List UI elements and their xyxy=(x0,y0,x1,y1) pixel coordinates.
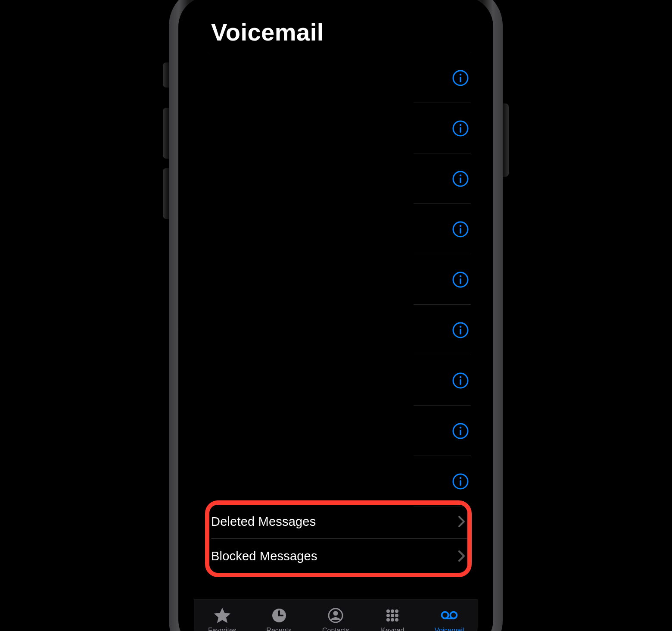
info-button[interactable] xyxy=(452,120,469,137)
clock-icon xyxy=(270,607,289,624)
svg-point-29 xyxy=(333,611,338,615)
svg-point-10 xyxy=(460,225,461,226)
svg-point-19 xyxy=(460,376,461,378)
tab-keypad[interactable]: Keypad xyxy=(364,607,421,631)
svg-point-32 xyxy=(395,609,398,613)
svg-point-36 xyxy=(386,618,390,622)
info-button[interactable] xyxy=(452,322,469,339)
svg-rect-17 xyxy=(460,329,461,334)
svg-point-38 xyxy=(395,618,398,622)
svg-rect-5 xyxy=(460,127,461,133)
volume-up-button[interactable] xyxy=(163,108,169,159)
volume-down-button[interactable] xyxy=(163,168,169,219)
svg-point-22 xyxy=(460,426,461,428)
svg-rect-23 xyxy=(460,430,461,435)
svg-point-31 xyxy=(391,609,394,613)
deleted-messages-label: Deleted Messages xyxy=(211,515,316,529)
info-button[interactable] xyxy=(452,221,469,238)
voicemail-row[interactable] xyxy=(194,355,478,406)
voicemail-list xyxy=(194,53,478,559)
svg-point-39 xyxy=(442,612,448,619)
info-button[interactable] xyxy=(452,372,469,389)
tab-label: Favorites xyxy=(208,627,236,631)
phone-bezel: Voicemail xyxy=(178,0,493,631)
deleted-messages-row[interactable]: Deleted Messages xyxy=(194,504,478,539)
svg-point-34 xyxy=(391,614,394,617)
separator xyxy=(208,52,471,52)
star-icon xyxy=(213,607,232,624)
svg-point-30 xyxy=(386,609,390,613)
svg-point-35 xyxy=(395,614,398,617)
voicemail-row[interactable] xyxy=(194,53,478,103)
svg-rect-26 xyxy=(460,480,461,486)
chevron-right-icon xyxy=(458,550,466,562)
svg-point-4 xyxy=(460,124,461,125)
svg-rect-2 xyxy=(460,77,461,82)
contact-icon xyxy=(326,607,345,624)
voicemail-row[interactable] xyxy=(194,406,478,456)
svg-point-13 xyxy=(460,275,461,277)
voicemail-row[interactable] xyxy=(194,153,478,204)
tab-bar: Favorites Recents Contacts xyxy=(194,599,478,631)
keypad-icon xyxy=(383,607,402,624)
tab-label: Keypad xyxy=(381,627,404,631)
voicemail-row[interactable] xyxy=(194,305,478,355)
svg-point-7 xyxy=(460,174,461,176)
voicemail-row[interactable] xyxy=(194,456,478,506)
screen: Voicemail xyxy=(194,5,478,631)
svg-point-25 xyxy=(460,477,461,478)
tab-recents[interactable]: Recents xyxy=(251,607,308,631)
blocked-messages-label: Blocked Messages xyxy=(211,549,317,563)
svg-point-37 xyxy=(391,618,394,622)
voicemail-row[interactable] xyxy=(194,204,478,254)
voicemail-row[interactable] xyxy=(194,103,478,153)
info-button[interactable] xyxy=(452,170,469,187)
voicemail-icon xyxy=(440,607,459,624)
voicemail-row[interactable] xyxy=(194,254,478,305)
svg-point-1 xyxy=(460,73,461,75)
info-button[interactable] xyxy=(452,69,469,87)
silence-switch[interactable] xyxy=(163,62,169,87)
blocked-messages-row[interactable]: Blocked Messages xyxy=(194,539,478,573)
svg-point-33 xyxy=(386,614,390,617)
svg-rect-11 xyxy=(460,228,461,234)
phone-frame: Voicemail xyxy=(169,0,503,631)
tab-favorites[interactable]: Favorites xyxy=(194,607,251,631)
page-title: Voicemail xyxy=(211,18,324,46)
tab-label: Voicemail xyxy=(435,627,464,631)
svg-point-40 xyxy=(450,612,457,619)
svg-rect-20 xyxy=(460,379,461,385)
tab-label: Recents xyxy=(266,627,292,631)
info-button[interactable] xyxy=(452,422,469,440)
svg-point-16 xyxy=(460,325,461,327)
info-button[interactable] xyxy=(452,473,469,490)
tab-voicemail[interactable]: Voicemail xyxy=(421,607,478,631)
chevron-right-icon xyxy=(458,515,466,528)
svg-rect-8 xyxy=(460,178,461,183)
tab-contacts[interactable]: Contacts xyxy=(308,607,364,631)
tab-label: Contacts xyxy=(322,627,349,631)
svg-rect-14 xyxy=(460,278,461,284)
power-button[interactable] xyxy=(503,103,509,177)
info-button[interactable] xyxy=(452,271,469,288)
